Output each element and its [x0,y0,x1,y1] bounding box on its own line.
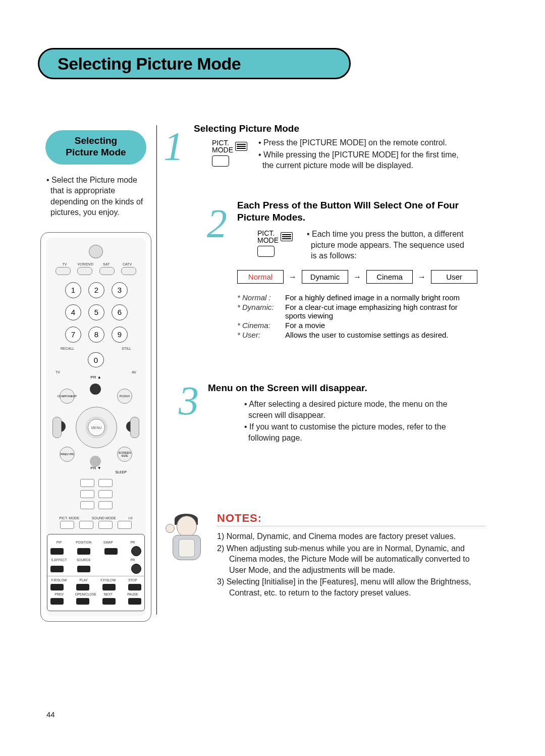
src-vcrdvd: VCR/DVD [76,262,94,266]
step1-body: • Press the [PICTURE MODE] on the remote… [256,136,468,172]
tv-label: TV [56,370,60,374]
mode-user: User [431,270,477,284]
num-9: 9 [112,327,128,343]
sleep-label: SLEEP [115,470,127,474]
step2-title: Each Press of the Button Will Select One… [237,199,469,224]
arrow-icon: → [353,273,361,282]
bottom-btn [90,456,101,467]
step2-bullet-1: • Each time you press the button, a diff… [305,229,471,261]
corner-pcdvi: PC/DVI [117,389,132,404]
pict-mode-icon: PICT. MODE [257,230,297,257]
src-catv: CATV [118,262,136,266]
mode-label: MODE [212,146,233,153]
frslow-label: F.R/SLOW [50,578,68,582]
note-3: 3) Selecting [Initialise] in the [Featur… [217,576,479,598]
mode-cinema: Cinema [366,270,413,284]
step1-bullet-1: • Press the [PICTURE MODE] on the remote… [256,137,468,148]
button-rect-icon [257,246,275,257]
ffslow-label: F.F/SLOW [99,578,117,582]
step-number-icon: 2 [207,207,227,240]
pict-label: PICT. [212,139,233,146]
mode-dynamic: Dynamic [302,270,348,284]
step3-bullet-2: • If you want to customise the picture m… [242,421,469,443]
sidebar: Selecting Picture Mode • Select the Pict… [45,130,146,218]
num-5: 5 [88,304,104,320]
def-desc: Allows the user to customise settings as… [285,331,474,339]
power-button-icon [89,245,103,258]
sound-mode-label: SOUND MODE [92,516,116,520]
av-label: AV [132,370,136,374]
mode-definitions: * Normal :For a highly defined image in … [237,292,474,340]
num-2: 2 [88,282,104,298]
pr-down-icon [131,564,141,574]
src-sat: SAT [97,262,116,266]
i-ii-label: I-II [129,516,133,520]
note-2: 2) When adjusting sub-menus while you ar… [217,543,479,576]
def-desc: For a movie [285,321,474,330]
num-7: 7 [65,327,81,343]
remote-control-illustration: TV VCR/DVD SAT CATV 1 2 3 4 5 6 7 8 9 [40,232,151,622]
banner-title: Selecting Picture Mode [58,54,241,74]
prev-label: PREV [50,592,68,596]
arrow-icon: → [418,273,426,282]
src-tv: TV [56,262,74,266]
tv-btn [90,384,101,395]
num-3: 3 [112,282,128,298]
openclose-label: OPEN/CLOSE [75,592,92,596]
step2-body: • Each time you press the button, a diff… [305,228,471,262]
def-desc: For a clear-cut image emphasizing high c… [285,303,474,320]
still-label: STILL [122,347,131,350]
pict-label: PICT. [257,230,279,237]
cartoon-person-icon [162,514,208,569]
src-btn [56,267,71,275]
manual-page: Selecting Picture Mode Selecting Picture… [0,0,545,756]
step3-bullet-1: • After selecting a desired picture mode… [242,399,469,420]
dpad: COMPONENT PC/DVI PREV PR SCREEN SIZE MEN… [56,387,136,464]
notes-body: 1) Normal, Dynamic, and Cinema modes are… [217,530,479,600]
small-grid [80,479,112,509]
note-1: 1) Normal, Dynamic, and Cinema modes are… [217,531,479,542]
pr-up-label: PR ▲ [90,375,101,380]
step-number-icon: 3 [179,385,199,417]
corner-prevpr: PREV PR [60,447,75,462]
pict-mode-label: PICT. MODE [59,516,79,520]
vertical-divider [156,125,157,615]
mode-normal: Normal [237,270,284,284]
pip-label: PIP [50,541,68,544]
arrow-icon: → [289,273,297,282]
src-btn [77,267,92,275]
sidebar-title-1: Selecting [75,135,117,146]
step-number-icon: 1 [164,130,184,163]
recall-label: RECALL [61,347,74,350]
step3-title: Menu on the Screen will disappear. [208,383,367,394]
source-label: SOURCE [75,558,92,562]
step1-bullet-2: • While pressing the [PICTURE MODE] for … [256,149,468,171]
sidebar-title-pill: Selecting Picture Mode [45,130,146,165]
pause-label: PAUSE [124,592,141,596]
page-number: 44 [46,710,55,719]
stop-label: STOP [124,578,141,582]
def-desc: For a highly defined image in a normally… [285,293,474,302]
equalizer-icon [235,142,247,151]
position-label: POSITION [75,541,92,544]
button-rect-icon [212,155,229,167]
step1-title: Selecting Picture Mode [194,123,299,134]
num-6: 6 [112,304,128,320]
num-8: 8 [88,327,104,343]
def-term: * Dynamic: [237,303,285,320]
def-term: * Normal : [237,293,285,302]
play-label: PLAY [75,578,92,582]
num-0: 0 [88,352,104,368]
vol-left [52,417,62,438]
next-label: NEXT [99,592,117,596]
num-4: 4 [65,304,81,320]
numpad: 1 2 3 4 5 6 7 8 9 [65,282,127,343]
corner-component: COMPONENT [60,389,75,404]
sidebar-title-2: Picture Mode [66,147,126,157]
swap-label: SWAP [99,541,117,544]
pr-up-icon [131,546,141,556]
pr-label: PR [124,541,141,544]
notes-divider [217,526,485,526]
pr-label-2: PR [124,558,141,562]
mode-label: MODE [257,237,279,244]
